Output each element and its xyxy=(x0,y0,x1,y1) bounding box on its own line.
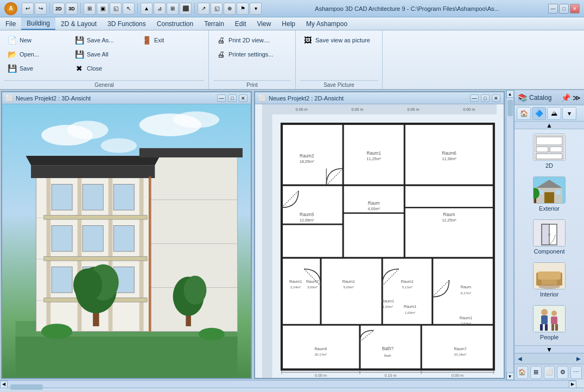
toolbar-btn-block[interactable]: ⬛ xyxy=(180,3,192,15)
menu-file[interactable]: File xyxy=(0,17,21,30)
ribbon-save-picture-label: Save Picture xyxy=(300,80,378,89)
toolbar-btn-shape[interactable]: ⊿ xyxy=(154,3,166,15)
svg-point-3 xyxy=(173,111,220,128)
menu-help[interactable]: Help xyxy=(276,17,301,30)
scroll-up-btn[interactable]: ▲ xyxy=(506,90,514,98)
catalog-scroll-area: 2D Exterior xyxy=(515,129,584,345)
svg-point-1 xyxy=(67,121,109,139)
toolbar-btn-select[interactable]: ↖ xyxy=(123,3,135,15)
viewport-2d-minimize[interactable]: — xyxy=(470,94,479,102)
toolbar-btn-3dview[interactable]: ▣ xyxy=(97,3,109,15)
catalog-expand-btn[interactable]: ≫ xyxy=(573,93,581,102)
ribbon: 📄 New 📂 Open... 💾 Save 💾 Save As... xyxy=(0,30,584,90)
catalog-item-2d[interactable]: 2D xyxy=(517,131,582,171)
catalog-prev-btn[interactable]: ◀ xyxy=(518,356,522,362)
toolbar-btn-add[interactable]: ⊕ xyxy=(224,3,236,15)
catalog-settings-icon-btn[interactable]: ⚙ xyxy=(557,366,568,379)
svg-text:5,00m²: 5,00m² xyxy=(344,285,354,289)
save-view-label: Save view as picture xyxy=(315,37,370,43)
viewport-2d-close[interactable]: ✕ xyxy=(492,94,500,102)
svg-point-4 xyxy=(100,138,137,153)
ribbon-btn-open[interactable]: 📂 Open... xyxy=(4,48,69,61)
catalog-exterior-thumb xyxy=(533,176,566,204)
scroll-thumb[interactable] xyxy=(507,100,513,116)
toolbar-btn-2d[interactable]: 2D xyxy=(53,3,65,15)
svg-text:11,36m²: 11,36m² xyxy=(442,156,456,161)
catalog-view-btn[interactable]: 🔷 xyxy=(532,107,546,120)
menu-2d-layout[interactable]: 2D & Layout xyxy=(55,17,102,30)
menu-edit[interactable]: Edit xyxy=(230,17,252,30)
menu-3d-functions[interactable]: 3D Functions xyxy=(102,17,151,30)
scroll-h-thumb[interactable] xyxy=(10,384,43,390)
toolbar-btn-redo[interactable]: ↪ xyxy=(35,3,47,15)
catalog-home-btn[interactable]: 🏠 xyxy=(517,107,531,120)
toolbar-btn-dropdown[interactable]: ▾ xyxy=(250,3,262,15)
ribbon-general-label: General xyxy=(4,80,204,89)
viewport-3d-minimize[interactable]: — xyxy=(217,94,226,102)
ribbon-group-print: 🖨 Print 2D view.... 🖨 Printer settings..… xyxy=(209,30,296,89)
catalog-home-icon-btn[interactable]: 🏠 xyxy=(517,366,528,379)
svg-rect-148 xyxy=(551,324,554,331)
catalog-dropdown-btn[interactable]: ▾ xyxy=(562,107,576,120)
toolbar-btn-3d[interactable]: 3D xyxy=(66,3,78,15)
ribbon-btn-save-as[interactable]: 💾 Save As... xyxy=(72,34,137,47)
toolbar-btn-arrow[interactable]: ↗ xyxy=(198,3,210,15)
svg-text:Raum1: Raum1 xyxy=(401,279,414,284)
viewport-3d-content xyxy=(2,104,251,378)
catalog-item-exterior[interactable]: Exterior xyxy=(517,174,582,214)
toolbar-sep-3 xyxy=(137,3,138,14)
exit-icon: 🚪 xyxy=(141,35,152,46)
scroll-down-btn[interactable]: ▼ xyxy=(506,372,514,380)
menu-building[interactable]: Building xyxy=(21,17,55,30)
catalog-next-btn[interactable]: ▶ xyxy=(576,356,581,362)
save-view-icon: 🖼 xyxy=(302,35,313,46)
ribbon-save-picture-col: 🖼 Save view as picture xyxy=(300,34,372,47)
catalog-item-interior[interactable]: Interior xyxy=(517,260,582,300)
viewport-3d-maximize[interactable]: □ xyxy=(228,94,237,102)
catalog-grid-icon-btn[interactable]: ⊞ xyxy=(530,366,542,379)
toolbar-btn-grid[interactable]: ⊞ xyxy=(84,3,96,15)
catalog-scroll-down[interactable]: ▼ xyxy=(515,345,584,353)
catalog-pin-btn[interactable]: 📌 xyxy=(561,93,570,102)
toolbar-btn-insert[interactable]: ⊞ xyxy=(167,3,179,15)
catalog-floor-icon-btn[interactable]: ⬜ xyxy=(544,366,555,379)
maximize-button[interactable]: □ xyxy=(559,4,569,14)
ribbon-btn-new[interactable]: 📄 New xyxy=(4,34,69,47)
toolbar-btn-measure[interactable]: ◱ xyxy=(211,3,223,15)
catalog-scroll-up[interactable]: ▲ xyxy=(515,122,584,129)
svg-text:0.00 m: 0.00 m xyxy=(407,107,419,112)
viewport-2d-maximize[interactable]: □ xyxy=(481,94,490,102)
svg-text:0.00 m: 0.00 m xyxy=(296,107,308,112)
ribbon-print-col: 🖨 Print 2D view.... 🖨 Printer settings..… xyxy=(213,34,278,61)
scroll-left-btn[interactable]: ◀ xyxy=(0,381,8,388)
catalog-item-component[interactable]: Component xyxy=(517,217,582,257)
svg-rect-33 xyxy=(139,148,243,157)
close-ribbon-label: Close xyxy=(87,65,102,72)
toolbar-btn-flag[interactable]: ⚑ xyxy=(237,3,249,15)
catalog-more-icon-btn[interactable]: ⋯ xyxy=(570,366,582,379)
ribbon-col-exit: 🚪 Exit xyxy=(139,34,204,47)
menu-my-ashampoo[interactable]: My Ashampoo xyxy=(301,17,353,30)
menu-terrain[interactable]: Terrain xyxy=(199,17,230,30)
svg-rect-133 xyxy=(542,224,549,245)
viewport-scrollbar-h[interactable]: ◀ ▶ xyxy=(0,380,576,388)
viewport-3d-close[interactable]: ✕ xyxy=(239,94,247,102)
ribbon-btn-save-view[interactable]: 🖼 Save view as picture xyxy=(300,34,372,47)
ribbon-btn-close[interactable]: ✖ Close xyxy=(72,62,137,75)
toolbar-btn-floor[interactable]: ◱ xyxy=(110,3,122,15)
toolbar-btn-draw[interactable]: ▲ xyxy=(141,3,153,15)
ribbon-btn-save[interactable]: 💾 Save xyxy=(4,62,69,75)
minimize-button[interactable]: — xyxy=(548,4,558,14)
scroll-right-btn[interactable]: ▶ xyxy=(569,381,576,388)
ribbon-btn-save-all[interactable]: 💾 Save All xyxy=(72,48,137,61)
toolbar-btn-undo[interactable]: ↩ xyxy=(22,3,34,15)
viewport-scrollbar-v[interactable]: ▲ ▼ xyxy=(506,90,513,380)
menu-construction[interactable]: Construction xyxy=(151,17,199,30)
ribbon-btn-exit[interactable]: 🚪 Exit xyxy=(139,34,204,47)
catalog-add-btn[interactable]: ⛰ xyxy=(547,107,561,120)
catalog-item-people[interactable]: People xyxy=(517,303,582,343)
menu-view[interactable]: View xyxy=(252,17,277,30)
ribbon-btn-printer-settings[interactable]: 🖨 Printer settings... xyxy=(213,48,278,61)
close-button[interactable]: ✕ xyxy=(570,4,580,14)
ribbon-btn-print-2d[interactable]: 🖨 Print 2D view.... xyxy=(213,34,278,47)
